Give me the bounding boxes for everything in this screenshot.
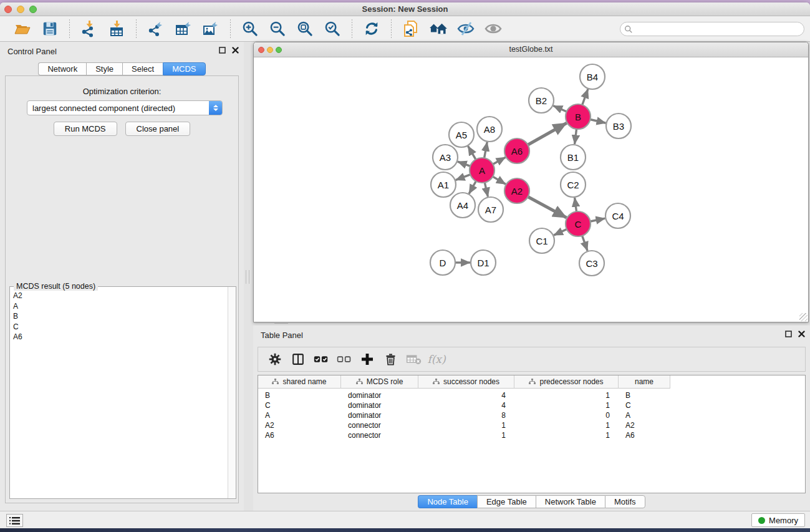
search-input[interactable] [633,24,804,35]
edge-B-B4[interactable] [582,89,588,105]
control-tab-mcds[interactable]: MCDS [163,62,205,75]
network-canvas[interactable]: AA1A2A3A4A5A6A7A8BB1B2B3B4CC1C2C3C4DD1 [254,57,808,322]
column-header-MCDS-role[interactable]: MCDS role [341,375,418,389]
graph-node-A7[interactable]: A7 [478,197,503,222]
delete-columns-button[interactable] [381,350,400,369]
edge-A-A3[interactable] [458,162,470,166]
table-row[interactable]: A6connector11A6 [258,430,805,440]
edge-C-C2[interactable] [575,198,577,211]
create-column-button[interactable] [358,350,377,369]
network-window-titlebar[interactable]: testGlobe.txt [254,42,808,57]
new-network-from-selection-button[interactable] [400,19,422,39]
graph-node-A3[interactable]: A3 [433,145,458,170]
zoom-out-button[interactable] [267,19,288,39]
export-network-button[interactable] [145,19,166,39]
close-panel-icon[interactable] [798,331,805,337]
edge-C-C1[interactable] [554,229,567,235]
mcds-result-item[interactable]: A [11,301,227,312]
open-session-button[interactable] [12,19,33,39]
table-row[interactable]: Adominator80A [258,410,805,420]
mcds-result-item[interactable]: C [11,322,227,332]
column-header-name[interactable]: name [619,375,670,389]
control-tab-network[interactable]: Network [38,62,86,75]
mcds-result-item[interactable]: A2 [11,291,227,301]
graph-node-B1[interactable]: B1 [561,145,586,170]
table-tab-edge-table[interactable]: Edge Table [477,495,536,508]
edge-A2-C[interactable] [528,197,567,218]
table-row[interactable]: A2connector11A2 [258,420,805,430]
graph-node-D[interactable]: D [430,250,455,275]
table-options-button[interactable] [266,350,284,369]
memory-button[interactable]: Memory [751,513,805,527]
edge-B-B2[interactable] [553,105,566,111]
mcds-result-item[interactable]: A6 [11,332,227,342]
mcds-result-item[interactable]: B [11,311,227,322]
column-header-predecessor-nodes[interactable]: predecessor nodes [514,375,619,389]
graph-node-C4[interactable]: C4 [605,203,630,228]
graph-node-C3[interactable]: C3 [579,251,604,276]
zoom-fit-button[interactable] [294,19,316,39]
edge-A6-B[interactable] [528,123,566,145]
import-network-button[interactable] [79,19,100,39]
resize-grip-icon[interactable] [799,313,808,321]
edge-A-A4[interactable] [469,181,476,193]
edge-A-A1[interactable] [456,175,471,180]
edge-A-A6[interactable] [493,157,505,164]
edge-C-C3[interactable] [582,236,587,251]
vertical-splitter[interactable] [246,270,249,284]
edge-C-C4[interactable] [591,218,605,221]
column-header-successor-nodes[interactable]: successor nodes [418,375,514,389]
graph-node-C2[interactable]: C2 [561,172,586,197]
show-all-button[interactable] [483,19,504,39]
minimize-network-button[interactable] [267,47,273,53]
graph-node-A[interactable]: A [470,158,494,183]
import-table-button[interactable] [106,19,127,39]
criterion-dropdown[interactable]: largest connected component (directed) [27,100,223,115]
graph-node-A6[interactable]: A6 [504,138,529,163]
graph-node-A5[interactable]: A5 [449,122,474,147]
graph-node-C1[interactable]: C1 [529,228,554,253]
graph-node-A2[interactable]: A2 [504,178,529,203]
table-row[interactable]: Cdominator41C [258,400,805,410]
first-neighbors-button[interactable] [428,19,449,39]
close-panel-icon[interactable] [232,47,239,54]
refresh-button[interactable] [361,19,382,39]
unselect-all-columns-button[interactable] [335,350,354,369]
graph-node-B2[interactable]: B2 [529,88,554,113]
zoom-in-button[interactable] [239,19,261,39]
result-scrollbar[interactable] [228,287,236,498]
close-network-button[interactable] [258,47,264,53]
graph-node-B[interactable]: B [566,104,591,129]
export-image-button[interactable] [200,19,221,39]
graph-node-B4[interactable]: B4 [580,64,605,89]
close-panel-button[interactable]: Close panel [125,122,191,136]
select-all-columns-button[interactable] [312,350,330,369]
graph-node-C[interactable]: C [566,211,591,236]
zoom-selected-button[interactable] [322,19,343,39]
show-columns-button[interactable] [289,350,307,369]
run-mcds-button[interactable]: Run MCDS [54,122,117,136]
table-row[interactable]: Bdominator41B [258,390,805,400]
table-tab-motifs[interactable]: Motifs [605,495,645,508]
show-panel-list-button[interactable] [6,514,23,527]
float-panel-icon[interactable] [785,331,792,337]
edge-B-B3[interactable] [590,119,605,123]
save-session-button[interactable] [39,19,60,39]
close-window-button[interactable] [4,6,12,13]
float-panel-icon[interactable] [219,47,226,54]
edge-A-A8[interactable] [485,142,488,158]
column-header-shared-name[interactable]: shared name [258,375,341,389]
export-table-button[interactable] [173,19,194,39]
edge-A-A7[interactable] [485,183,488,197]
minimize-window-button[interactable] [17,6,24,13]
edge-A-A5[interactable] [468,146,476,160]
hide-selected-button[interactable] [455,19,476,39]
zoom-window-button[interactable] [29,6,37,13]
graph-node-B3[interactable]: B3 [606,114,631,138]
table-tab-node-table[interactable]: Node Table [418,495,477,508]
edge-A-A2[interactable] [493,177,506,184]
table-tab-network-table[interactable]: Network Table [536,495,605,508]
control-tab-select[interactable]: Select [122,62,163,75]
graph-node-D1[interactable]: D1 [471,250,496,275]
delete-table-button[interactable] [404,350,423,369]
